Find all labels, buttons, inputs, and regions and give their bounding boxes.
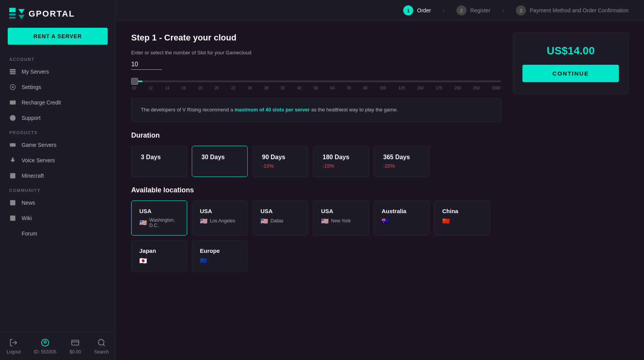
sidebar-item-my-servers[interactable]: My Servers xyxy=(0,64,115,79)
location-card-usa-la[interactable]: USA 🇺🇸 Los Angeles xyxy=(192,200,248,236)
card-icon xyxy=(71,338,80,347)
location-card-usa-dc[interactable]: USA 🇺🇸 Washington, D.C. xyxy=(131,200,187,236)
sidebar-label-wiki: Wiki xyxy=(22,215,32,221)
logo-area: GPORTAL xyxy=(0,0,115,28)
step-label-3: Payment Method and Order Confirmation xyxy=(530,7,629,13)
svg-rect-4 xyxy=(10,71,16,73)
location-country-usa-dc: USA xyxy=(139,208,179,214)
price-card: US$14.00 CONTINUE xyxy=(513,33,629,94)
sidebar-item-game-servers[interactable]: Game Servers xyxy=(0,137,115,153)
main-content: 1 Order › 2 Register › 3 Payment Method … xyxy=(116,0,644,360)
logout-icon xyxy=(9,338,18,347)
sidebar-item-wiki[interactable]: Wiki xyxy=(0,210,115,226)
sidebar-item-forum[interactable]: Forum xyxy=(0,226,115,241)
svg-rect-0 xyxy=(9,8,16,12)
duration-label-90days: 90 Days xyxy=(262,154,299,161)
price-amount: US$14.00 xyxy=(547,45,595,57)
sidebar-footer: Logout ID: 553305 $0.00 Search xyxy=(0,332,115,360)
duration-card-3days[interactable]: 3 Days xyxy=(131,146,187,177)
duration-section-title: Duration xyxy=(131,131,501,140)
location-country-usa-ny: USA xyxy=(321,208,361,214)
footer-balance[interactable]: $0.00 xyxy=(69,338,81,355)
svg-rect-18 xyxy=(13,174,14,175)
sidebar-label-recharge: Recharge Credit xyxy=(22,99,61,106)
duration-label-180days: 180 Days xyxy=(323,154,359,161)
svg-point-13 xyxy=(14,145,15,146)
sidebar-item-recharge[interactable]: Recharge Credit xyxy=(0,95,115,110)
svg-rect-34 xyxy=(72,340,79,345)
continue-button[interactable]: CONTINUE xyxy=(522,65,619,82)
duration-card-180days[interactable]: 180 Days -15% xyxy=(313,146,369,177)
sidebar-item-news[interactable]: News xyxy=(0,195,115,210)
gamepad-icon xyxy=(9,141,16,148)
location-country-usa-la: USA xyxy=(200,208,240,214)
footer-user-id-label: ID: 553305 xyxy=(34,349,57,355)
footer-balance-label: $0.00 xyxy=(69,349,81,355)
footer-logout[interactable]: Logout xyxy=(7,338,21,355)
sidebar-label-news: News xyxy=(22,200,35,206)
discount-365days: -20% xyxy=(383,163,420,169)
footer-logout-label: Logout xyxy=(7,349,21,355)
duration-card-30days[interactable]: 30 Days xyxy=(192,146,248,177)
wizard-step-3: 3 Payment Method and Order Confirmation xyxy=(516,5,629,15)
location-card-usa-ny[interactable]: USA 🇺🇸 New York xyxy=(313,200,369,236)
svg-rect-1 xyxy=(9,13,16,15)
location-card-usa-dallas[interactable]: USA 🇺🇸 Dallas xyxy=(252,200,308,236)
duration-label-365days: 365 Days xyxy=(383,154,420,161)
sidebar-item-settings[interactable]: Settings xyxy=(0,79,115,95)
info-highlight: maximum of 40 slots per server xyxy=(235,107,310,113)
server-icon xyxy=(9,68,16,75)
slot-slider[interactable] xyxy=(131,81,501,82)
svg-rect-3 xyxy=(10,69,16,71)
svg-rect-2 xyxy=(9,17,16,19)
duration-grid: 3 Days 30 Days 90 Days -10% 180 Days -15… xyxy=(131,146,501,177)
svg-point-12 xyxy=(14,145,14,145)
location-city-usa-la: 🇺🇸 Los Angeles xyxy=(200,217,240,225)
svg-point-36 xyxy=(98,340,104,345)
location-card-japan[interactable]: Japan 🇯🇵 xyxy=(131,240,187,272)
location-card-europe[interactable]: Europe 🇪🇺 xyxy=(192,240,248,272)
sidebar-label-my-servers: My Servers xyxy=(22,69,49,75)
sidebar-label-minecraft: Minecraft xyxy=(22,173,44,179)
sidebar-label-voice-servers: Voice Servers xyxy=(22,157,55,163)
credit-icon xyxy=(9,99,16,106)
sidebar-item-minecraft[interactable]: Minecraft xyxy=(0,168,115,183)
step-label-2: Register xyxy=(470,7,490,13)
logo-text: GPORTAL xyxy=(29,9,75,19)
duration-card-90days[interactable]: 90 Days -10% xyxy=(252,146,308,177)
svg-rect-8 xyxy=(10,102,16,103)
step-label-1: Order xyxy=(417,7,431,13)
wizard-sep-2: › xyxy=(502,7,504,15)
logo-icon xyxy=(9,8,25,20)
footer-user-id: ID: 553305 xyxy=(34,338,57,355)
sidebar-label-settings: Settings xyxy=(22,84,41,90)
info-text-before: The developers of V Rising recommend a xyxy=(141,107,235,113)
svg-rect-5 xyxy=(10,73,16,74)
footer-search[interactable]: Search xyxy=(94,338,109,355)
location-card-china[interactable]: China 🇨🇳 xyxy=(434,200,490,236)
sidebar-label-game-servers: Game Servers xyxy=(22,142,56,148)
sidebar-item-support[interactable]: Support xyxy=(0,110,115,126)
location-city-usa-dallas: 🇺🇸 Dallas xyxy=(260,217,300,225)
location-card-australia[interactable]: Australia 🇦🇺 xyxy=(374,200,429,236)
community-section-label: COMMUNITY xyxy=(0,183,115,195)
sidebar-label-forum: Forum xyxy=(22,230,37,237)
location-city-australia: 🇦🇺 xyxy=(382,217,421,225)
content-area: Step 1 - Create your cloud Enter or sele… xyxy=(116,21,644,283)
slider-container: 10 12 14 16 18 20 22 24 28 32 42 50 64 7… xyxy=(131,77,501,90)
sidebar: GPORTAL RENT A SERVER ACCOUNT My Servers… xyxy=(0,0,116,360)
user-circle-icon xyxy=(41,338,50,347)
step-circle-1: 1 xyxy=(403,5,413,15)
location-country-usa-dallas: USA xyxy=(260,208,300,214)
sidebar-item-voice-servers[interactable]: Voice Servers xyxy=(0,153,115,168)
footer-search-label: Search xyxy=(94,349,109,355)
sidebar-label-support: Support xyxy=(22,115,41,121)
svg-rect-20 xyxy=(10,200,15,205)
location-city-usa-ny: 🇺🇸 New York xyxy=(321,217,361,225)
news-icon xyxy=(9,199,16,206)
duration-card-365days[interactable]: 365 Days -20% xyxy=(374,146,429,177)
rent-server-button[interactable]: RENT A SERVER xyxy=(8,28,108,45)
slot-input[interactable] xyxy=(131,59,162,70)
location-country-china: China xyxy=(442,208,482,214)
svg-point-33 xyxy=(44,341,46,343)
